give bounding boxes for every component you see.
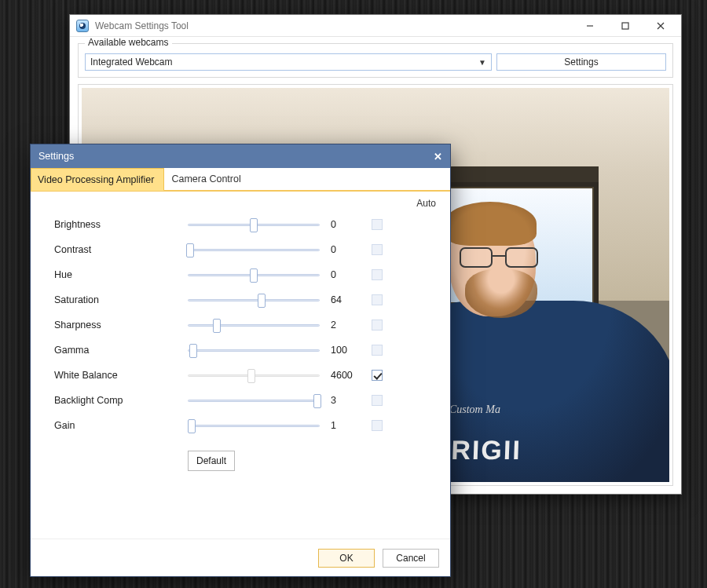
slider-list: Brightness0Contrast0Hue0Saturation64Shar… xyxy=(54,217,436,433)
contrast-slider[interactable] xyxy=(188,243,320,256)
slider-track xyxy=(188,249,320,251)
slider-value: 1 xyxy=(320,420,365,431)
slider-value: 0 xyxy=(320,269,365,280)
svg-rect-1 xyxy=(622,23,628,29)
slider-label: Contrast xyxy=(54,244,188,255)
ok-button[interactable]: OK xyxy=(318,549,375,568)
white-balance-slider xyxy=(188,369,320,382)
minimize-button[interactable] xyxy=(572,16,607,36)
dialog-close-icon[interactable]: ✕ xyxy=(434,151,442,163)
available-webcams-group: Available webcams Integrated Webcam ▼ Se… xyxy=(78,43,673,78)
slider-row: Backlight Comp3 xyxy=(54,393,436,408)
slider-value: 4600 xyxy=(320,370,365,381)
slider-thumb[interactable] xyxy=(250,268,258,283)
sharpness-slider[interactable] xyxy=(188,319,320,331)
slider-thumb xyxy=(247,369,255,383)
webcam-select-value: Integrated Webcam xyxy=(90,57,173,68)
slider-label: Gamma xyxy=(54,345,188,356)
tab-camera-control[interactable]: Camera Control xyxy=(164,168,251,190)
auto-checkbox[interactable] xyxy=(372,395,383,406)
dialog-titlebar: Settings ✕ xyxy=(31,144,450,168)
dialog-title: Settings xyxy=(38,151,74,162)
slider-label: Backlight Comp xyxy=(54,395,188,406)
maximize-button[interactable] xyxy=(607,16,643,36)
slider-value: 0 xyxy=(320,244,365,255)
slider-label: Saturation xyxy=(54,294,188,305)
hue-slider[interactable] xyxy=(188,268,320,281)
slider-row: Gamma100 xyxy=(54,342,436,358)
slider-track xyxy=(188,349,320,352)
dialog-buttons: OK Cancel xyxy=(31,539,450,576)
auto-checkbox[interactable] xyxy=(372,294,383,305)
slider-row: Hue0 xyxy=(54,267,436,283)
slider-row: Brightness0 xyxy=(54,217,436,232)
slider-row: Contrast0 xyxy=(54,242,436,257)
auto-checkbox[interactable] xyxy=(372,219,383,230)
slider-label: Hue xyxy=(54,269,188,280)
webcam-select[interactable]: Integrated Webcam ▼ xyxy=(85,53,492,71)
slider-label: Sharpness xyxy=(54,320,188,331)
slider-track xyxy=(188,425,320,427)
auto-checkbox[interactable] xyxy=(372,244,383,255)
group-label: Available webcams xyxy=(85,37,172,48)
tabs: Video Processing Amplifier Camera Contro… xyxy=(31,168,450,192)
slider-track xyxy=(188,324,320,327)
slider-value: 100 xyxy=(320,345,365,356)
slider-value: 3 xyxy=(320,395,365,406)
slider-track xyxy=(188,400,320,402)
slider-row: Sharpness2 xyxy=(54,317,436,333)
settings-dialog: Settings ✕ Video Processing Amplifier Ca… xyxy=(30,144,451,577)
slider-label: Gain xyxy=(54,420,188,431)
close-button[interactable] xyxy=(643,16,678,36)
slider-label: Brightness xyxy=(54,219,188,230)
auto-checkbox[interactable] xyxy=(372,345,383,356)
cancel-button[interactable]: Cancel xyxy=(383,549,439,568)
titlebar: Webcam Settings Tool xyxy=(70,15,681,37)
auto-column-header: Auto xyxy=(416,198,436,209)
slider-row: Saturation64 xyxy=(54,292,436,308)
gain-slider[interactable] xyxy=(188,419,320,432)
tab-video-proc-amp[interactable]: Video Processing Amplifier xyxy=(31,168,164,191)
settings-button[interactable]: Settings xyxy=(496,53,666,71)
slider-thumb[interactable] xyxy=(186,243,194,257)
tab-body: Auto Brightness0Contrast0Hue0Saturation6… xyxy=(31,192,450,539)
gamma-slider[interactable] xyxy=(188,344,320,356)
slider-thumb[interactable] xyxy=(250,218,258,232)
backlight-comp-slider[interactable] xyxy=(188,394,320,407)
slider-track xyxy=(188,299,320,301)
slider-thumb[interactable] xyxy=(189,344,197,358)
saturation-slider[interactable] xyxy=(188,294,320,306)
auto-checkbox[interactable] xyxy=(372,269,383,280)
auto-checkbox[interactable] xyxy=(372,420,383,431)
slider-row: Gain1 xyxy=(54,418,436,433)
slider-row: White Balance4600 xyxy=(54,367,436,383)
window-buttons xyxy=(572,16,678,36)
chevron-down-icon: ▼ xyxy=(478,58,486,67)
slider-value: 0 xyxy=(320,219,365,230)
slider-label: White Balance xyxy=(54,370,188,381)
slider-thumb[interactable] xyxy=(188,419,196,433)
slider-thumb[interactable] xyxy=(313,394,321,408)
slider-thumb[interactable] xyxy=(258,294,266,308)
slider-value: 2 xyxy=(320,320,365,331)
slider-value: 64 xyxy=(320,294,365,305)
auto-checkbox[interactable] xyxy=(372,320,383,331)
window-title: Webcam Settings Tool xyxy=(95,20,572,31)
auto-checkbox[interactable] xyxy=(372,370,383,381)
slider-thumb[interactable] xyxy=(213,319,221,333)
default-button[interactable]: Default xyxy=(188,451,235,471)
webcam-app-icon xyxy=(76,20,89,32)
brightness-slider[interactable] xyxy=(188,218,320,231)
